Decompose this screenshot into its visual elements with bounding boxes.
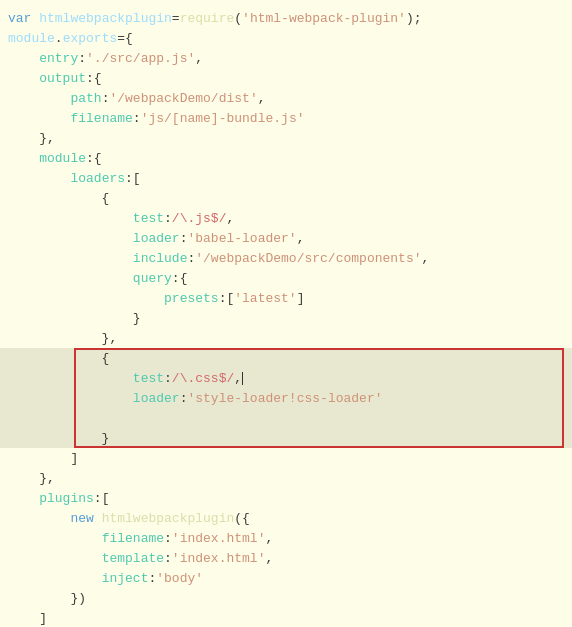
code-line-20: loader:'style-loader!css-loader' — [0, 388, 572, 408]
code-line-16: } — [0, 308, 572, 328]
code-line-13: include:'/webpackDemo/src/components', — [0, 248, 572, 268]
code-line-2: module.exports={ — [0, 28, 572, 48]
code-line-27: filename:'index.html', — [0, 528, 572, 548]
code-line-9: loaders:[ — [0, 168, 572, 188]
code-line-8: module:{ — [0, 148, 572, 168]
code-line-25: plugins:[ — [0, 488, 572, 508]
code-line-26: new htmlwebpackplugin({ — [0, 508, 572, 528]
code-line-10: { — [0, 188, 572, 208]
code-line-29: inject:'body' — [0, 568, 572, 588]
code-line-23: ] — [0, 448, 572, 468]
code-line-1: var htmlwebpackplugin=require('html-webp… — [0, 8, 572, 28]
code-line-6: filename:'js/[name]-bundle.js' — [0, 108, 572, 128]
code-line-18: { — [0, 348, 572, 368]
code-line-17: }, — [0, 328, 572, 348]
code-line-31: ] — [0, 608, 572, 627]
code-line-14: query:{ — [0, 268, 572, 288]
code-line-30: }) — [0, 588, 572, 608]
code-line-15: presets:['latest'] — [0, 288, 572, 308]
code-line-3: entry:'./src/app.js', — [0, 48, 572, 68]
code-line-24: }, — [0, 468, 572, 488]
code-editor: var htmlwebpackplugin=require('html-webp… — [0, 0, 572, 627]
code-line-11: test:/\.js$/, — [0, 208, 572, 228]
code-line-4: output:{ — [0, 68, 572, 88]
code-line-5: path:'/webpackDemo/dist', — [0, 88, 572, 108]
code-line-7: }, — [0, 128, 572, 148]
code-line-28: template:'index.html', — [0, 548, 572, 568]
code-line-22: } — [0, 428, 572, 448]
code-line-21 — [0, 408, 572, 428]
code-line-19: test:/\.css$/, — [0, 368, 572, 388]
code-line-12: loader:'babel-loader', — [0, 228, 572, 248]
highlighted-block: { test:/\.css$/, loader:'style-loader!cs… — [0, 348, 572, 448]
